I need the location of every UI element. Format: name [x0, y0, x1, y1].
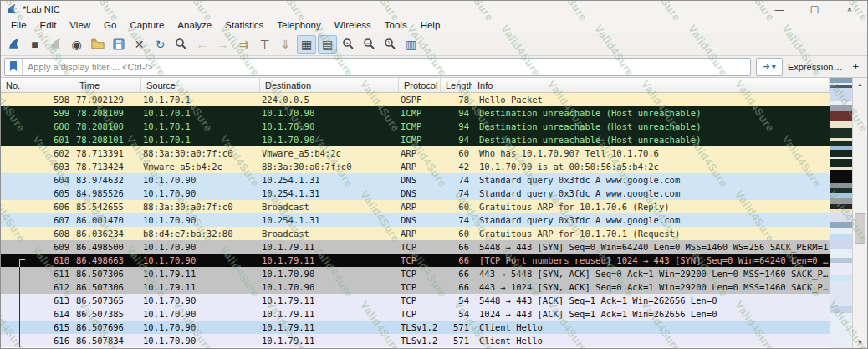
- open-file-icon[interactable]: [88, 35, 107, 54]
- minimize-button[interactable]: —: [762, 1, 797, 17]
- main-toolbar: ■◉✕↻←→⇉⊤⇓▦▤+−1▥: [1, 33, 867, 56]
- col-protocol: ICMP: [399, 133, 441, 146]
- col-destination: 10.1.70.90: [260, 280, 399, 294]
- packet-row-614[interactable]: 61486.50738510.1.70.9010.1.79.11TCP54102…: [1, 307, 830, 321]
- packet-row-611[interactable]: 61186.50730610.1.79.1110.1.70.90TCP66443…: [1, 267, 830, 280]
- colorize-packets-icon[interactable]: ▦: [297, 35, 316, 54]
- menu-tools[interactable]: Tools: [378, 18, 414, 32]
- title-bar: *Lab NIC — ▢ ×: [1, 1, 867, 17]
- packet-row-601[interactable]: 60178.20810110.1.70.110.1.70.90ICMP94Des…: [1, 133, 830, 146]
- col-source: Vmware_a5:b4:2c: [141, 160, 260, 173]
- packet-row-598[interactable]: 59877.90212910.1.70.1224.0.0.5OSPF78Hell…: [1, 93, 830, 106]
- menu-view[interactable]: View: [63, 18, 97, 32]
- zoom-in-icon[interactable]: +: [339, 35, 358, 54]
- packet-row-615[interactable]: 61586.50769610.1.70.9010.1.79.11TLSv1.25…: [1, 321, 830, 334]
- go-forward-icon[interactable]: →: [213, 35, 232, 54]
- filter-bookmark-icon[interactable]: [5, 59, 23, 75]
- column-header-destination[interactable]: Destination: [260, 78, 399, 92]
- packet-row-607[interactable]: 60786.00147010.1.70.9010.254.1.31DNS74St…: [1, 213, 830, 227]
- menu-help[interactable]: Help: [414, 18, 447, 32]
- packet-row-613[interactable]: 61386.50736510.1.70.9010.1.79.11TCP54544…: [1, 294, 830, 307]
- packet-row-602[interactable]: 60278.71339188:3a:30:a0:7f:c0Vmware_a5:b…: [1, 146, 830, 160]
- scroll-up-icon[interactable]: ▲: [853, 78, 867, 90]
- packet-row-606[interactable]: 60685.54265588:3a:30:a0:7f:c0BroadcastAR…: [1, 200, 830, 213]
- row-mark: [1, 106, 26, 120]
- column-header-time[interactable]: Time: [74, 78, 141, 92]
- maximize-button[interactable]: ▢: [797, 1, 832, 17]
- col-no: 611: [26, 267, 74, 280]
- add-filter-button[interactable]: +: [847, 60, 864, 73]
- menu-statistics[interactable]: Statistics: [218, 18, 270, 32]
- packet-row-605[interactable]: 60584.98552610.1.70.9010.254.1.31DNS74St…: [1, 187, 830, 200]
- scrollbar-thumb[interactable]: [855, 213, 865, 244]
- row-mark: [1, 321, 26, 334]
- minimap-stripe: [830, 170, 852, 183]
- vertical-scrollbar[interactable]: ▲ ▼: [852, 78, 867, 349]
- col-length: 94: [441, 106, 472, 120]
- col-source: 10.1.70.90: [141, 334, 260, 347]
- minimap-stripe: [830, 239, 852, 249]
- find-packet-icon[interactable]: [171, 35, 191, 54]
- packet-row-610[interactable]: 61086.49866310.1.70.9010.1.79.11TCP66[TC…: [1, 254, 830, 267]
- panes-layout-icon[interactable]: ▤: [318, 35, 337, 54]
- column-header-length[interactable]: Length: [441, 78, 472, 92]
- packet-row-616[interactable]: 61686.50783410.1.70.9010.1.79.11TLSv1.25…: [1, 334, 830, 347]
- packet-row-599[interactable]: 59978.20810910.1.70.110.1.70.90ICMP94Des…: [1, 106, 830, 120]
- column-header-source[interactable]: Source: [141, 78, 260, 92]
- packet-row-609[interactable]: 60986.49850010.1.70.9010.1.79.11TCP66544…: [1, 240, 830, 254]
- go-to-packet-icon[interactable]: ⇉: [234, 35, 253, 54]
- col-source: 10.1.70.90: [141, 173, 260, 187]
- col-info: Destination unreachable (Host unreachabl…: [472, 106, 830, 120]
- scroll-down-icon[interactable]: ▼: [853, 336, 867, 349]
- column-header-info[interactable]: Info: [472, 78, 830, 92]
- packet-row-604[interactable]: 60483.97463210.1.70.9010.254.1.31DNS74St…: [1, 173, 830, 187]
- col-source: 88:3a:30:a0:7f:c0: [141, 146, 260, 160]
- minimap-stripe: [830, 111, 852, 121]
- resize-columns-icon[interactable]: ▥: [401, 35, 421, 54]
- packet-row-600[interactable]: 60078.20810010.1.70.110.1.70.90ICMP94Des…: [1, 120, 830, 133]
- col-length: 54: [441, 294, 472, 307]
- col-info: 443 → 1024 [SYN, ACK] Seq=0 Ack=1 Win=29…: [472, 280, 830, 294]
- go-back-icon[interactable]: ←: [192, 35, 212, 54]
- col-time: 78.208101: [74, 133, 141, 146]
- display-filter-input[interactable]: [23, 62, 750, 72]
- intelligent-scrollbar-minimap[interactable]: [830, 78, 852, 349]
- capture-options-icon[interactable]: ◉: [67, 35, 86, 54]
- packet-row-603[interactable]: 60378.713424Vmware_a5:b4:2c88:3a:30:a0:7…: [1, 160, 830, 173]
- restart-capture-icon[interactable]: [46, 35, 65, 54]
- minimap-stripe: [830, 281, 852, 306]
- col-source: 10.1.70.90: [141, 240, 260, 254]
- reload-file-icon[interactable]: ↻: [151, 35, 170, 54]
- menu-telephony[interactable]: Telephony: [270, 18, 327, 32]
- zoom-out-icon[interactable]: −: [360, 35, 379, 54]
- column-header-protocol[interactable]: Protocol: [399, 78, 441, 92]
- menu-file[interactable]: File: [4, 18, 33, 32]
- save-file-icon[interactable]: [109, 35, 128, 54]
- auto-scroll-icon[interactable]: ⇓: [276, 35, 295, 54]
- col-time: 86.498500: [74, 240, 141, 254]
- col-no: 605: [26, 187, 74, 200]
- zoom-original-icon[interactable]: 1: [380, 35, 400, 54]
- expression-button[interactable]: Expression…: [788, 62, 842, 72]
- close-button[interactable]: ×: [832, 1, 867, 17]
- close-file-icon[interactable]: ✕: [130, 35, 149, 54]
- go-first-packet-icon[interactable]: ⊤: [255, 35, 274, 54]
- col-source: 88:3a:30:a0:7f:c0: [141, 200, 260, 213]
- col-time: 83.974632: [74, 173, 141, 187]
- col-no: 604: [26, 173, 74, 187]
- menu-capture[interactable]: Capture: [123, 18, 171, 32]
- stop-capture-icon[interactable]: ■: [25, 35, 44, 54]
- col-source: 10.1.70.1: [141, 133, 260, 146]
- packet-row-612[interactable]: 61286.50730610.1.79.1110.1.70.90TCP66443…: [1, 280, 830, 294]
- filter-apply-button[interactable]: ➜▾: [756, 58, 783, 76]
- packet-row-608[interactable]: 60886.036234b8:d4:e7:ba:32:80BroadcastAR…: [1, 227, 830, 240]
- menu-go[interactable]: Go: [97, 18, 123, 32]
- start-capture-icon[interactable]: [4, 35, 23, 54]
- col-info: Gratuitous ARP for 10.1.70.6 (Reply): [472, 200, 830, 213]
- display-filter-box[interactable]: [4, 58, 751, 76]
- menu-analyze[interactable]: Analyze: [171, 18, 218, 32]
- column-header-no[interactable]: No.: [1, 78, 74, 92]
- col-length: 571: [441, 334, 472, 347]
- menu-wireless[interactable]: Wireless: [328, 18, 378, 32]
- menu-edit[interactable]: Edit: [33, 18, 64, 32]
